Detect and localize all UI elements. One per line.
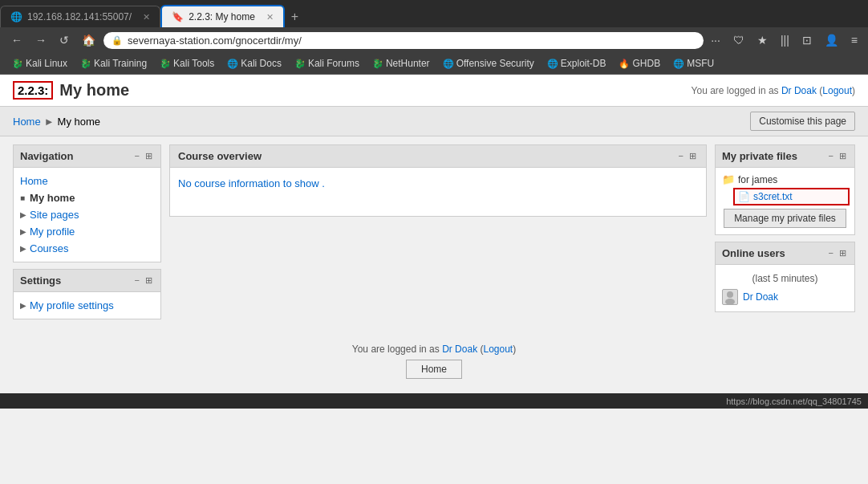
customise-button[interactable]: Customise this page — [750, 112, 855, 131]
tab-manager-button[interactable]: ⊡ — [798, 31, 816, 49]
online-user-name[interactable]: Dr Doak — [743, 291, 778, 303]
bookmark-kali-forums[interactable]: 🐉 Kali Forums — [289, 55, 365, 71]
bookmark-kali-tools-label: Kali Tools — [173, 58, 214, 69]
private-files-block: My private files − ⊞ 📁 for james — [715, 144, 855, 235]
footer-home-button[interactable]: Home — [406, 360, 462, 379]
page-header: 2.2.3: My home You are logged in as Dr D… — [0, 75, 868, 107]
nav-label-myhome[interactable]: My home — [30, 192, 75, 204]
nav-item-sitepages: ▶ Site pages — [20, 206, 154, 223]
forward-button[interactable]: → — [30, 31, 51, 50]
nav-arrow-courses[interactable]: ▶ — [20, 244, 26, 253]
file-txt-icon: 📄 — [738, 191, 750, 202]
folder-name: for james — [738, 174, 777, 185]
course-overview-body: No course information to show . — [170, 168, 706, 216]
bookmark-offensive-security[interactable]: 🌐 Offensive Security — [437, 55, 540, 71]
right-panel: My private files − ⊞ 📁 for james — [715, 144, 855, 312]
ghdb-icon: 🔥 — [619, 59, 630, 69]
online-user-item: Dr Doak — [722, 287, 848, 307]
nav-arrow-sitepages[interactable]: ▶ — [20, 210, 26, 219]
online-users-grid-icon[interactable]: ⊞ — [838, 248, 848, 258]
logged-in-user[interactable]: Dr Doak — [781, 85, 817, 96]
navigation-block-content: Home ■ My home ▶ Site pages ▶ My profi — [14, 168, 160, 262]
bookmark-exploit-db[interactable]: 🌐 Exploit-DB — [541, 55, 612, 71]
settings-grid-icon[interactable]: ⊞ — [144, 275, 154, 286]
profile-button[interactable]: 👤 — [821, 31, 842, 49]
tab-inactive[interactable]: 🌐 192.168.182.141:55007/ ✕ — [0, 6, 160, 27]
tab-active-icon: 🔖 — [172, 11, 184, 22]
nav-icons: ··· 🛡 ★ ||| ⊡ 👤 ≡ — [707, 31, 862, 49]
course-overview-grid-icon[interactable]: ⊞ — [688, 151, 698, 161]
navigation-grid-icon[interactable]: ⊞ — [144, 151, 154, 161]
home-button[interactable]: 🏠 — [77, 31, 100, 50]
bookmark-msfu[interactable]: 🌐 MSFU — [667, 55, 720, 71]
breadcrumb-home[interactable]: Home — [13, 116, 41, 128]
bookmark-ghdb[interactable]: 🔥 GHDB — [613, 55, 666, 71]
online-users-title: Online users — [722, 247, 785, 259]
kali-forums-icon: 🐉 — [294, 59, 306, 69]
status-bar-url: https://blog.csdn.net/qq_34801745 — [726, 397, 862, 406]
folder-for-james[interactable]: 📁 for james — [720, 171, 850, 188]
nav-arrow-profilesettings[interactable]: ▶ — [20, 301, 26, 310]
settings-collapse-icon[interactable]: − — [133, 275, 141, 286]
bookmark-kali-tools[interactable]: 🐉 Kali Tools — [154, 55, 220, 71]
tab-inactive-label: 192.168.182.141:55007/ — [27, 11, 132, 22]
footer-user-link[interactable]: Dr Doak — [442, 344, 477, 355]
page-content: 2.2.3: My home You are logged in as Dr D… — [0, 75, 868, 476]
nav-item-courses: ▶ Courses — [20, 240, 154, 257]
private-files-header: My private files − ⊞ — [716, 145, 854, 168]
more-button[interactable]: ··· — [707, 31, 724, 49]
page-title-text: My home — [59, 81, 129, 100]
nav-link-courses[interactable]: Courses — [30, 242, 68, 254]
course-overview-collapse-icon[interactable]: − — [677, 151, 685, 161]
nav-link-home[interactable]: Home — [20, 175, 48, 187]
manage-files-button[interactable]: Manage my private files — [724, 209, 846, 228]
footer-logout-link[interactable]: Logout — [483, 344, 513, 355]
login-text: You are logged in as — [692, 85, 779, 96]
settings-block-content: ▶ My profile settings — [14, 292, 160, 319]
new-tab-button[interactable]: + — [285, 6, 305, 27]
tab-active[interactable]: 🔖 2.2.3: My home ✕ — [160, 5, 285, 27]
bookmark-nethunter[interactable]: 🐉 NetHunter — [367, 55, 436, 71]
private-files-title: My private files — [722, 150, 797, 162]
bookmark-star-button[interactable]: ★ — [753, 31, 772, 49]
nav-link-myprofile[interactable]: My profile — [30, 226, 75, 238]
private-files-collapse-icon[interactable]: − — [827, 151, 835, 161]
navigation-block-controls: − ⊞ — [133, 151, 154, 161]
nav-item-home: Home — [20, 173, 154, 189]
shield-button[interactable]: 🛡 — [729, 31, 748, 49]
center-content: Course overview − ⊞ No course informatio… — [169, 144, 707, 223]
footer-logged-in-text: You are logged in as — [352, 344, 440, 355]
file-s3cret-link[interactable]: s3cret.txt — [753, 191, 793, 202]
nav-link-sitepages[interactable]: Site pages — [30, 209, 79, 221]
private-files-grid-icon[interactable]: ⊞ — [838, 151, 848, 161]
kali-linux-icon: 🐉 — [12, 59, 23, 69]
navigation-block-header: Navigation − ⊞ — [14, 145, 160, 168]
nav-link-profilesettings[interactable]: My profile settings — [30, 299, 114, 311]
file-s3cret[interactable]: 📄 s3cret.txt — [733, 188, 850, 205]
navigation-block-title: Navigation — [20, 150, 73, 162]
lock-icon: 🔒 — [112, 35, 123, 46]
reload-button[interactable]: ↺ — [55, 31, 74, 50]
breadcrumb-current: My home — [58, 116, 100, 128]
folder-icon: 📁 — [722, 173, 735, 185]
last-minutes-text: (last 5 minutes) — [722, 270, 848, 287]
user-avatar — [722, 289, 738, 305]
nav-arrow-myprofile[interactable]: ▶ — [20, 227, 26, 236]
address-bar[interactable] — [128, 35, 696, 47]
navigation-collapse-icon[interactable]: − — [133, 151, 141, 161]
menu-button[interactable]: ≡ — [847, 31, 862, 49]
file-tree: 📁 for james 📄 s3cret.txt — [720, 171, 850, 205]
settings-block: Settings − ⊞ ▶ My profile settings — [13, 269, 161, 319]
bookmark-kali-training[interactable]: 🐉 Kali Training — [75, 55, 152, 71]
tab-close-inactive[interactable]: ✕ — [143, 12, 150, 22]
bookmark-offensive-security-label: Offensive Security — [456, 58, 534, 69]
back-button[interactable]: ← — [6, 31, 27, 50]
bookmark-kali-linux[interactable]: 🐉 Kali Linux — [6, 55, 73, 71]
tab-close-active[interactable]: ✕ — [266, 12, 274, 22]
nav-item-myhome: ■ My home — [20, 189, 154, 206]
online-users-collapse-icon[interactable]: − — [827, 248, 835, 258]
reading-list-button[interactable]: ||| — [777, 31, 793, 49]
tab-active-label: 2.2.3: My home — [189, 11, 255, 22]
logout-link[interactable]: Logout — [822, 85, 852, 96]
bookmark-kali-docs[interactable]: 🌐 Kali Docs — [221, 55, 287, 71]
